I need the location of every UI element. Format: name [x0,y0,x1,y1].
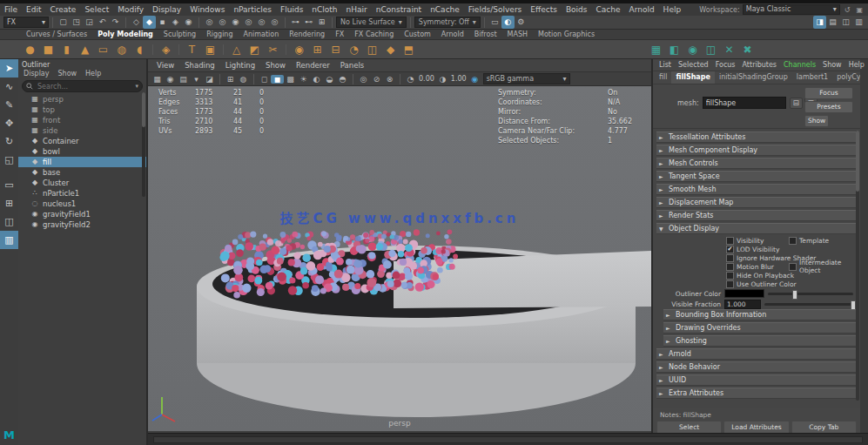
poly-cylinder-icon[interactable]: ▮ [57,41,76,58]
snap-view-icon[interactable]: ◎ [255,16,268,29]
lights-icon[interactable]: ☀ [297,75,310,84]
outliner-item-top[interactable]: ▦top [18,105,146,115]
presets-button[interactable]: Presets [804,101,853,113]
section-mesh-controls[interactable]: ►Mesh Controls [656,158,857,169]
camera-attributes-icon[interactable]: ▤ [177,75,190,84]
snap-grid-icon[interactable]: ◎ [203,16,216,29]
section-tessellation-attributes[interactable]: ►Tessellation Attributes [656,131,857,143]
symmetry-field[interactable]: Symmetry: Off▾ [414,17,481,28]
outliner-item-base[interactable]: ◆base [18,167,146,178]
section-mesh-component-display[interactable]: ►Mesh Component Display [656,145,857,156]
separate-icon[interactable]: ⊟ [326,41,345,58]
section-drawing-overrides[interactable]: ►Drawing Overrides [663,322,857,334]
color-swatch[interactable] [724,289,764,298]
ae-menu-help[interactable]: Help [845,61,868,69]
menu-display[interactable]: Display [148,3,185,16]
shelf-tab-motion-graphics[interactable]: Motion Graphics [533,30,600,40]
two-pane-layout[interactable]: ◫ [0,212,18,231]
outliner-item-bowl[interactable]: ◆bowl [18,146,146,157]
value-field[interactable]: 1.000 [724,300,761,309]
ae-tab-lambert1[interactable]: lambert1 [792,71,832,84]
shelf-tab-arnold[interactable]: Arnold [436,30,469,40]
section-extra-attributes[interactable]: ►Extra Attributes [656,388,857,399]
menu-create[interactable]: Create [46,3,81,16]
menu-cache[interactable]: Cache [591,3,624,16]
poly-torus-icon[interactable]: ◍ [112,41,131,58]
single-pane-layout[interactable]: ▭ [0,176,18,194]
shelf-tab-rendering[interactable]: Rendering [284,30,330,40]
menu-file[interactable]: File [0,3,22,16]
menu-ncache[interactable]: nCache [426,3,464,16]
shelf-tab-custom[interactable]: Custom [399,30,436,40]
workspace-reset-icon[interactable]: ↺ [843,6,852,14]
outliner-item-side[interactable]: ▦side [18,125,146,136]
section-uuid[interactable]: ►UUID [656,374,857,386]
xray-icon[interactable]: ⊘ [370,75,383,84]
new-scene-icon[interactable]: ▢ [57,16,70,29]
shelf-tab-bifrost[interactable]: Bifrost [469,30,502,40]
outliner-item-cluster[interactable]: ◆Cluster [18,178,146,188]
shelf-tab-fx-caching[interactable]: FX Caching [349,30,399,40]
select-camera-icon[interactable]: ▦ [151,75,164,84]
snap-plane-icon[interactable]: ◎ [242,16,255,29]
ambient-occlusion-icon[interactable]: ◒ [323,75,336,84]
channel-box-toggle-icon[interactable]: ◫ [839,16,852,29]
menu-fields-solvers[interactable]: Fields/Solvers [464,3,526,16]
ae-tab-initialshadinggroup[interactable]: initialShadingGroup [715,71,792,84]
menu-select[interactable]: Select [80,3,113,16]
image-plane-icon[interactable]: ◪ [203,75,216,84]
poly-plane-icon[interactable]: ▭ [94,41,112,58]
modeling-toolkit-toggle-icon[interactable]: ▥ [852,16,865,29]
construction-history-icon[interactable]: ⊞ [315,16,328,29]
checkbox-lod-visibility[interactable]: ✔ [726,246,734,253]
save-scene-icon[interactable]: ◲ [83,16,96,29]
platonic-solid-icon[interactable]: ◈ [157,41,175,58]
section-tangent-space[interactable]: ►Tangent Space [656,171,857,182]
live-surface-field[interactable]: No Live Surface▾ [336,17,407,28]
export-selection-icon[interactable]: ✖ [738,41,757,58]
ae-menu-selected[interactable]: Selected [675,61,712,69]
redo-icon[interactable]: ↷ [109,16,122,29]
shelf-tab-sculpting[interactable]: Sculpting [158,30,201,40]
multi-cut-icon[interactable]: ✂ [264,41,282,58]
ipr-render-icon[interactable]: ◐ [501,16,515,29]
select-tool[interactable]: ➤ [0,59,18,78]
attribute-editor-scrollbar[interactable] [856,131,859,401]
checkbox-template[interactable] [789,237,797,245]
menu-nconstraint[interactable]: nConstraint [372,3,426,16]
outliner-menu-help[interactable]: Help [82,70,104,78]
viewport-menu-view[interactable]: View [151,61,179,70]
outliner-item-container[interactable]: ◆Container [18,136,146,146]
section-node-behavior[interactable]: ►Node Behavior [656,361,857,373]
viewport-menu-shading[interactable]: Shading [179,61,220,70]
isolate-select-icon[interactable]: ◎ [357,75,370,84]
textured-icon[interactable]: ▩ [284,75,297,84]
gamma-icon[interactable]: ◑ [436,75,449,84]
ae-menu-channels[interactable]: Channels [780,61,819,69]
section-render-stats[interactable]: ►Render Stats [656,210,857,221]
workspace-menu-icon[interactable]: ▣ [854,6,865,14]
select-hierarchy-icon[interactable]: ◇ [130,16,143,29]
extrude-icon[interactable]: ⬒ [400,41,418,58]
exposure-value[interactable]: 0.00 [417,75,436,83]
open-scene-icon[interactable]: ◳ [70,16,83,29]
bevel-icon[interactable]: ◆ [381,41,400,58]
menu-fluids[interactable]: Fluids [276,3,307,16]
outliner-item-nucleus1[interactable]: ◌nucleus1 [18,199,146,209]
delete-history-icon[interactable]: ✕ [720,41,738,58]
outliner-item-persp[interactable]: ▦persp [18,94,146,105]
tool-settings-toggle-icon[interactable]: ▤ [826,16,839,29]
checkbox-intermediate-object[interactable] [789,263,797,271]
make-live-icon[interactable]: ◎ [268,16,281,29]
move-tool[interactable]: ✥ [0,114,18,132]
outliner-item-gravityfield2[interactable]: ◉gravityField2 [18,219,146,230]
outliner-item-gravityfield1[interactable]: ◉gravityField1 [18,209,146,219]
section-ghosting[interactable]: ►Ghosting [663,335,857,347]
menu-nparticles[interactable]: nParticles [229,3,276,16]
copy-tab-icon[interactable]: ⊟ [790,98,803,109]
mirror-icon[interactable]: ◫ [363,41,381,58]
shelf-tab-curves-surfaces[interactable]: Curves / Surfaces [21,30,92,40]
shelf-tab-animation[interactable]: Animation [239,30,285,40]
menu-edit[interactable]: Edit [22,3,45,16]
scene-canvas[interactable]: 技艺CG www.qdnxxfb.cn persp Verts1775210Ed… [148,86,651,431]
